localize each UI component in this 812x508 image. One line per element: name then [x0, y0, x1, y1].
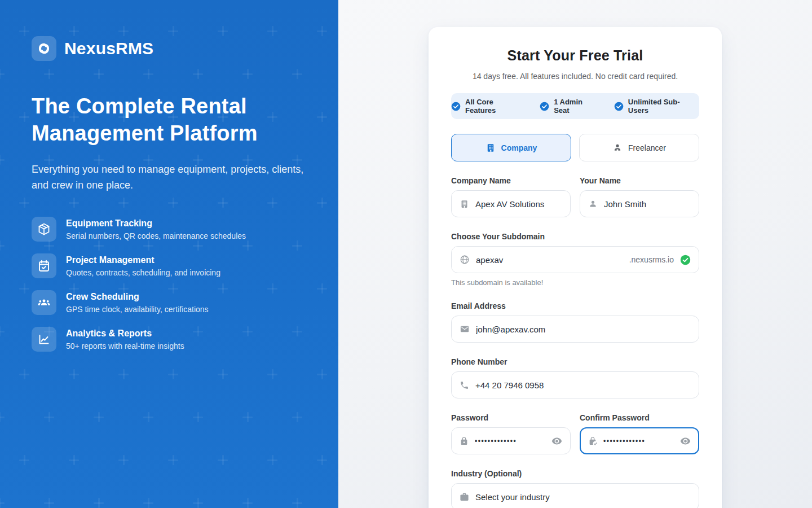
trial-perks-bar: All Core Features 1 Admin Seat Unlimited…	[451, 93, 699, 119]
hero-title-line1: The Complete Rental	[32, 94, 247, 118]
brand-logo-icon	[32, 36, 56, 61]
company-name-label: Company Name	[451, 176, 571, 185]
account-type-freelancer-button[interactable]: Freelancer	[579, 134, 699, 161]
signup-card: Start Your Free Trial 14 days free. All …	[429, 27, 722, 508]
eye-icon	[680, 436, 691, 446]
phone-label: Phone Number	[451, 357, 699, 366]
password-fields-row: Password Confirm Password	[451, 398, 699, 454]
people-icon	[32, 290, 56, 315]
form-title: Start Your Free Trial	[451, 47, 699, 64]
feature-crew-scheduling: Crew Scheduling GPS time clock, availabi…	[32, 290, 307, 315]
email-field[interactable]	[451, 316, 699, 343]
check-circle-green-icon	[680, 255, 691, 265]
feature-description: Serial numbers, QR codes, maintenance sc…	[66, 231, 246, 240]
confirm-password-input[interactable]	[603, 437, 674, 445]
subdomain-availability-message: This subdomain is available!	[451, 278, 699, 287]
check-circle-icon	[451, 102, 461, 111]
account-type-toggle: Company Freelancer	[451, 134, 699, 161]
feature-title: Project Management	[66, 253, 220, 265]
confirm-password-field[interactable]	[580, 427, 699, 454]
confirm-password-label: Confirm Password	[580, 413, 699, 422]
account-type-freelancer-label: Freelancer	[628, 143, 666, 152]
confirm-password-visibility-toggle[interactable]	[680, 436, 691, 446]
subdomain-input[interactable]	[476, 255, 623, 265]
subdomain-suffix: .nexusrms.io	[629, 255, 674, 264]
calendar-check-icon	[32, 253, 56, 278]
person-icon	[588, 199, 598, 209]
subdomain-label: Choose Your Subdomain	[451, 232, 699, 241]
feature-analytics-reports: Analytics & Reports 50+ reports with rea…	[32, 327, 307, 352]
account-type-company-label: Company	[501, 143, 537, 152]
company-name-field[interactable]	[451, 190, 571, 217]
hero-subtitle: Everything you need to manage equipment,…	[32, 161, 307, 193]
briefcase-icon	[460, 492, 469, 502]
building-icon	[460, 199, 469, 209]
hero-title: The Complete Rental Management Platform	[32, 93, 307, 147]
eye-icon	[551, 436, 562, 446]
check-circle-icon	[614, 102, 624, 111]
feature-title: Equipment Tracking	[66, 217, 246, 229]
mail-icon	[460, 324, 470, 334]
password-field[interactable]	[451, 427, 571, 454]
feature-description: 50+ reports with real-time insights	[66, 341, 184, 351]
brand-name: NexusRMS	[64, 39, 153, 58]
feature-title: Crew Scheduling	[66, 290, 209, 302]
feature-description: GPS time clock, availability, certificat…	[66, 305, 209, 314]
perk-all-core-features: All Core Features	[451, 98, 525, 115]
password-input[interactable]	[475, 437, 545, 445]
hero-panel: NexusRMS The Complete Rental Management …	[0, 0, 338, 508]
email-input[interactable]	[476, 325, 691, 334]
subdomain-field[interactable]: .nexusrms.io	[451, 246, 699, 273]
your-name-field[interactable]	[580, 190, 699, 217]
password-label: Password	[451, 413, 571, 422]
hero-title-line2: Management Platform	[32, 121, 258, 145]
industry-selected-value: Select your industry	[475, 492, 691, 502]
name-fields-row: Company Name Your Name	[451, 161, 699, 217]
email-label: Email Address	[451, 301, 699, 310]
feature-equipment-tracking: Equipment Tracking Serial numbers, QR co…	[32, 217, 307, 242]
feature-title: Analytics & Reports	[66, 327, 184, 339]
phone-input[interactable]	[475, 380, 691, 390]
industry-label: Industry (Optional)	[451, 469, 699, 478]
phone-icon	[460, 380, 469, 390]
check-circle-icon	[540, 102, 549, 111]
person-icon	[612, 143, 623, 153]
phone-field[interactable]	[451, 371, 699, 398]
industry-select[interactable]: Select your industry	[451, 483, 699, 508]
chart-line-icon	[32, 327, 56, 352]
form-subtitle: 14 days free. All features included. No …	[451, 72, 699, 81]
company-name-input[interactable]	[475, 199, 562, 209]
package-icon	[32, 217, 56, 242]
perk-unlimited-sub-users: Unlimited Sub-Users	[614, 98, 699, 115]
feature-description: Quotes, contracts, scheduling, and invoi…	[66, 268, 220, 277]
feature-list: Equipment Tracking Serial numbers, QR co…	[32, 217, 307, 352]
check-small-icon	[593, 441, 598, 446]
your-name-input[interactable]	[604, 199, 691, 209]
brand: NexusRMS	[32, 36, 307, 61]
password-visibility-toggle[interactable]	[551, 436, 562, 446]
perk-admin-seat: 1 Admin Seat	[540, 98, 599, 115]
lock-icon	[460, 436, 469, 445]
main-area: Start Your Free Trial 14 days free. All …	[338, 0, 812, 508]
feature-project-management: Project Management Quotes, contracts, sc…	[32, 253, 307, 278]
your-name-label: Your Name	[580, 176, 699, 185]
building-icon	[486, 143, 496, 153]
globe-icon	[460, 255, 470, 265]
account-type-company-button[interactable]: Company	[451, 134, 571, 161]
